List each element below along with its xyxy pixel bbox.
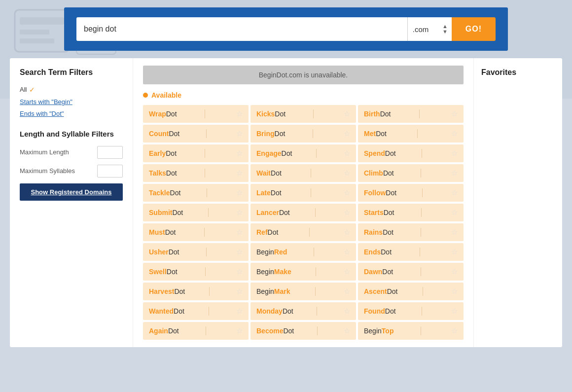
domain-item[interactable]: WrapDot☆	[143, 105, 249, 123]
domain-prefix: Begin	[364, 327, 382, 335]
domain-prefix: Begin	[256, 287, 274, 295]
domain-divider	[207, 188, 207, 197]
domain-suffix: Dot	[283, 307, 293, 315]
domain-item[interactable]: LateDot☆	[250, 184, 356, 202]
domain-item[interactable]: SpendDot☆	[358, 144, 464, 162]
domain-item[interactable]: UsherDot☆	[143, 243, 249, 261]
domain-star-icon[interactable]: ☆	[344, 188, 350, 197]
domain-star-icon[interactable]: ☆	[451, 188, 458, 197]
domain-star-icon[interactable]: ☆	[344, 248, 350, 256]
domain-star-icon[interactable]: ☆	[236, 267, 243, 276]
filter-starts-with[interactable]: Starts with "Begin"	[20, 96, 123, 107]
domain-divider	[209, 307, 209, 316]
domain-star-icon[interactable]: ☆	[236, 228, 243, 237]
domain-star-icon[interactable]: ☆	[451, 208, 458, 217]
domain-item[interactable]: MondayDot☆	[250, 302, 356, 320]
domain-star-icon[interactable]: ☆	[451, 149, 458, 158]
tld-select[interactable]: .com .net .org .io	[413, 25, 439, 34]
domain-item[interactable]: TalksDot☆	[143, 164, 249, 182]
domain-star-icon[interactable]: ☆	[236, 248, 243, 256]
domain-star-icon[interactable]: ☆	[236, 307, 243, 316]
domain-star-icon[interactable]: ☆	[344, 267, 350, 276]
domain-star-icon[interactable]: ☆	[236, 169, 243, 178]
domain-star-icon[interactable]: ☆	[344, 149, 350, 158]
domain-suffix: Top	[382, 327, 394, 335]
domain-divider	[315, 287, 316, 296]
domain-item[interactable]: BeginMake☆	[250, 263, 356, 281]
domain-star-icon[interactable]: ☆	[451, 129, 458, 138]
go-button[interactable]: GO!	[452, 17, 496, 41]
domain-star-icon[interactable]: ☆	[344, 109, 350, 118]
domain-item[interactable]: EarlyDot☆	[143, 144, 249, 162]
domain-star-icon[interactable]: ☆	[451, 307, 458, 316]
domain-divider	[421, 326, 421, 335]
domain-star-icon[interactable]: ☆	[344, 129, 350, 138]
max-length-field: Maximum Length	[20, 146, 123, 159]
domain-item[interactable]: BringDot☆	[250, 125, 356, 143]
domain-star-icon[interactable]: ☆	[236, 149, 243, 158]
domain-item[interactable]: DawnDot☆	[358, 263, 464, 281]
domain-item[interactable]: WaitDot☆	[250, 164, 356, 182]
domain-star-icon[interactable]: ☆	[236, 287, 243, 296]
domain-item[interactable]: LancerDot☆	[250, 204, 356, 221]
domain-item[interactable]: HarvestDot☆	[143, 283, 249, 300]
search-input[interactable]	[76, 17, 407, 41]
domain-star-icon[interactable]: ☆	[451, 228, 458, 237]
domain-item[interactable]: AscentDot☆	[358, 283, 464, 300]
domain-item[interactable]: FoundDot☆	[358, 302, 464, 320]
domain-star-icon[interactable]: ☆	[451, 169, 458, 178]
max-syllables-input[interactable]	[97, 165, 123, 178]
domain-star-icon[interactable]: ☆	[344, 326, 350, 335]
domain-star-icon[interactable]: ☆	[344, 169, 350, 178]
domain-suffix: Make	[274, 268, 291, 276]
domain-star-icon[interactable]: ☆	[451, 326, 458, 335]
domain-divider	[422, 188, 423, 197]
domain-star-icon[interactable]: ☆	[451, 287, 458, 296]
domain-star-icon[interactable]: ☆	[236, 208, 243, 217]
domain-star-icon[interactable]: ☆	[451, 109, 458, 118]
domain-item[interactable]: KicksDot☆	[250, 105, 356, 123]
domain-star-icon[interactable]: ☆	[344, 208, 350, 217]
domain-star-icon[interactable]: ☆	[451, 267, 458, 276]
domain-name: StartsDot	[364, 209, 394, 216]
domain-star-icon[interactable]: ☆	[344, 287, 350, 296]
show-registered-button[interactable]: Show Registered Domains	[20, 183, 123, 201]
domain-name: TalksDot	[149, 169, 177, 177]
domain-item[interactable]: StartsDot☆	[358, 204, 464, 221]
domain-item[interactable]: TackleDot☆	[143, 184, 249, 202]
favorites-title: Favorites	[481, 68, 555, 77]
domain-item[interactable]: ClimbDot☆	[358, 164, 464, 182]
domain-item[interactable]: BecomeDot☆	[250, 322, 356, 340]
max-length-input[interactable]	[97, 146, 123, 159]
domain-item[interactable]: WantedDot☆	[143, 302, 249, 320]
domain-item[interactable]: BeginTop☆	[358, 322, 464, 340]
domain-item[interactable]: SubmitDot☆	[143, 204, 249, 221]
domain-prefix: Early	[149, 149, 166, 157]
domain-item[interactable]: BeginMark☆	[250, 283, 356, 300]
domain-item[interactable]: BirthDot☆	[358, 105, 464, 123]
filter-all[interactable]: All	[20, 84, 27, 95]
domain-item[interactable]: EngageDot☆	[250, 144, 356, 162]
domain-item[interactable]: BeginRed☆	[250, 243, 356, 261]
domain-item[interactable]: MetDot☆	[358, 125, 464, 143]
domain-star-icon[interactable]: ☆	[344, 228, 350, 237]
domain-name: SwellDot	[149, 268, 178, 276]
domain-name: BeginTop	[364, 327, 393, 335]
domain-item[interactable]: RefDot☆	[250, 223, 356, 241]
domain-divider	[421, 208, 422, 217]
domain-item[interactable]: EndsDot☆	[358, 243, 464, 261]
domain-star-icon[interactable]: ☆	[344, 307, 350, 316]
domain-star-icon[interactable]: ☆	[236, 326, 243, 335]
domain-star-icon[interactable]: ☆	[236, 188, 243, 197]
domain-star-icon[interactable]: ☆	[236, 109, 243, 118]
domain-item[interactable]: FollowDot☆	[358, 184, 464, 202]
domain-star-icon[interactable]: ☆	[451, 248, 458, 256]
domain-item[interactable]: RainsDot☆	[358, 223, 464, 241]
domain-item[interactable]: AgainDot☆	[143, 322, 249, 340]
domain-divider	[316, 267, 316, 276]
domain-item[interactable]: SwellDot☆	[143, 263, 249, 281]
domain-star-icon[interactable]: ☆	[236, 129, 243, 138]
domain-item[interactable]: MustDot☆	[143, 223, 249, 241]
domain-item[interactable]: CountDot☆	[143, 125, 249, 143]
filter-ends-with[interactable]: Ends with "Dot"	[20, 108, 123, 119]
